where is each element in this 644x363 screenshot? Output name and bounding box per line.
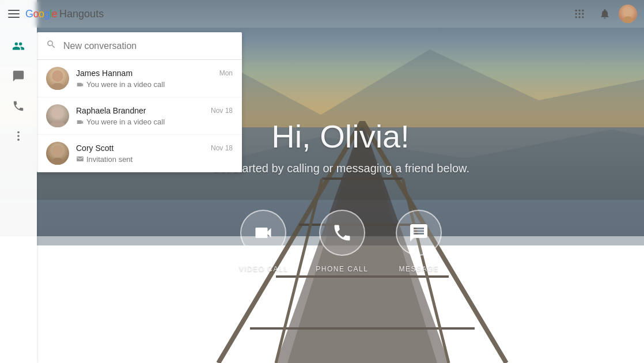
photo-credit: Photo by Andrew Caldwell shared on Googl…	[561, 337, 635, 356]
svg-point-26	[52, 70, 63, 82]
message-icon	[408, 222, 429, 243]
notifications-button[interactable]	[593, 2, 616, 25]
header-right	[568, 2, 637, 25]
phone-call-icon	[332, 222, 353, 243]
app-title: Google Hangouts	[25, 8, 104, 20]
video-icon-raphaela	[76, 118, 84, 126]
svg-point-28	[52, 108, 63, 119]
sidebar-item-messages[interactable]	[5, 62, 32, 90]
video-icon-james	[76, 80, 84, 88]
conv-preview-james: You were in a video call	[76, 80, 233, 89]
search-bar	[37, 32, 242, 60]
video-call-circle	[240, 210, 286, 256]
video-call-icon	[253, 222, 274, 243]
svg-point-13	[578, 10, 580, 12]
svg-point-27	[48, 83, 67, 90]
conversation-item-cory[interactable]: Cory Scott Nov 18 Invitation sent	[37, 135, 242, 172]
conv-preview-cory: Invitation sent	[76, 155, 233, 164]
svg-point-30	[52, 145, 63, 157]
sidebar-item-contacts[interactable]	[5, 32, 32, 60]
avatar-cory	[46, 142, 69, 165]
search-input[interactable]	[63, 41, 233, 51]
menu-line-3	[8, 17, 20, 18]
sidebar-item-more[interactable]	[5, 122, 32, 150]
messages-icon	[12, 70, 25, 82]
svg-point-12	[575, 10, 577, 12]
conv-preview-raphaela: You were in a video call	[76, 118, 233, 126]
conv-body-james: James Hannam Mon You were in a video cal…	[76, 69, 233, 89]
conv-body-raphaela: Raphaela Brandner Nov 18 You were in a v…	[76, 106, 233, 126]
menu-line-1	[8, 10, 20, 11]
conv-name-james: James Hannam	[76, 69, 132, 78]
phone-call-label: PHONE CALL	[316, 265, 368, 273]
svg-point-14	[582, 10, 584, 12]
svg-point-25	[17, 139, 20, 141]
sidebar-item-calls[interactable]	[5, 92, 32, 120]
avatar-image	[619, 5, 637, 23]
message-circle	[396, 210, 442, 256]
calls-icon	[12, 100, 25, 112]
phone-call-circle	[319, 210, 365, 256]
greeting-subtitle: Get started by calling or messaging a fr…	[211, 162, 469, 175]
conv-header-raphaela: Raphaela Brandner Nov 18	[76, 106, 233, 115]
conv-name-raphaela: Raphaela Brandner	[76, 106, 146, 115]
svg-point-21	[623, 8, 632, 17]
conv-time-james: Mon	[219, 69, 233, 77]
message-label: MESSAGE	[399, 265, 439, 273]
conv-preview-text-james: You were in a video call	[86, 80, 165, 89]
action-buttons: VIDEO CALL PHONE CALL MESSAGE	[239, 210, 442, 273]
notifications-icon	[599, 8, 611, 20]
search-icon	[46, 39, 56, 52]
avatar-svg	[619, 5, 637, 23]
contacts-icon	[12, 40, 25, 52]
sidebar	[0, 0, 37, 363]
svg-point-18	[575, 16, 577, 18]
apps-button[interactable]	[568, 2, 591, 25]
user-avatar[interactable]	[619, 5, 637, 23]
conv-time-cory: Nov 18	[211, 144, 233, 152]
svg-point-17	[582, 13, 584, 14]
video-call-button[interactable]: VIDEO CALL	[239, 210, 289, 273]
video-call-label: VIDEO CALL	[239, 265, 289, 273]
avatar-raphaela	[46, 104, 69, 127]
svg-point-22	[622, 16, 634, 23]
conv-time-raphaela: Nov 18	[211, 107, 233, 115]
photo-credit-line1: Photo by Andrew Caldwell	[561, 337, 635, 347]
greeting-section: Hi, Olivia! Get started by calling or me…	[211, 118, 469, 175]
svg-point-31	[48, 158, 67, 165]
svg-point-20	[582, 16, 584, 18]
google-logo-text: Google	[25, 8, 57, 20]
header: Google Hangouts	[0, 0, 644, 28]
header-left: Google Hangouts	[7, 7, 568, 21]
svg-point-19	[578, 16, 580, 18]
phone-call-button[interactable]: PHONE CALL	[316, 210, 368, 273]
svg-point-16	[578, 13, 580, 14]
conversation-item-james[interactable]: James Hannam Mon You were in a video cal…	[37, 60, 242, 97]
greeting-title: Hi, Olivia!	[271, 118, 410, 155]
conv-body-cory: Cory Scott Nov 18 Invitation sent	[76, 143, 233, 164]
conversation-item-raphaela[interactable]: Raphaela Brandner Nov 18 You were in a v…	[37, 97, 242, 135]
menu-button[interactable]	[7, 7, 21, 21]
avatar-james	[46, 67, 69, 90]
apps-icon	[574, 8, 585, 20]
photo-credit-line2: shared on Google+	[561, 347, 635, 357]
hangouts-title: Hangouts	[59, 8, 104, 20]
conversations-panel: James Hannam Mon You were in a video cal…	[37, 32, 242, 172]
menu-line-2	[8, 13, 20, 14]
conv-preview-text-raphaela: You were in a video call	[86, 118, 165, 126]
svg-point-29	[48, 120, 67, 127]
conv-header-cory: Cory Scott Nov 18	[76, 143, 233, 153]
conv-preview-text-cory: Invitation sent	[86, 155, 132, 164]
invitation-icon-cory	[76, 155, 84, 163]
svg-point-23	[17, 131, 20, 134]
conv-header-james: James Hannam Mon	[76, 69, 233, 78]
conv-name-cory: Cory Scott	[76, 143, 113, 153]
more-icon	[12, 130, 25, 142]
svg-point-15	[575, 13, 577, 14]
message-button[interactable]: MESSAGE	[396, 210, 442, 273]
svg-point-24	[17, 135, 20, 137]
